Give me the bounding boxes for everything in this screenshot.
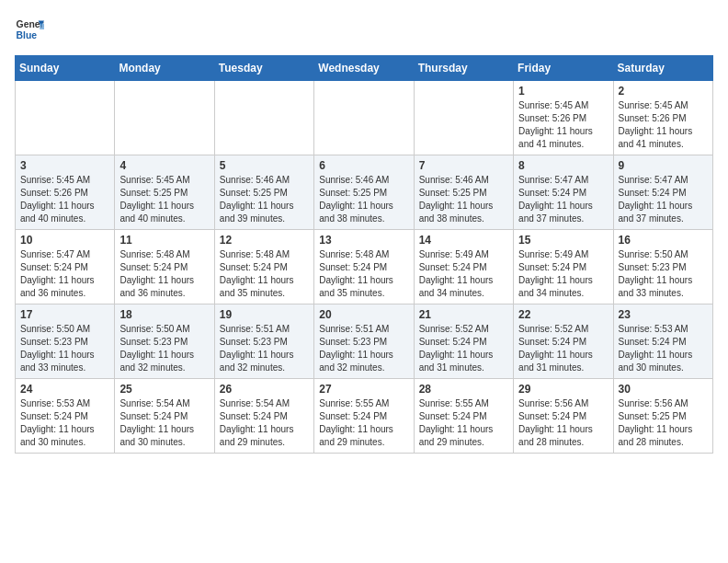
calendar-cell: 26Sunrise: 5:54 AM Sunset: 5:24 PM Dayli… [214,379,313,454]
day-info: Sunrise: 5:50 AM Sunset: 5:23 PM Dayligh… [20,323,109,374]
day-number: 7 [419,159,508,172]
day-info: Sunrise: 5:47 AM Sunset: 5:24 PM Dayligh… [619,174,708,225]
calendar-cell: 13Sunrise: 5:48 AM Sunset: 5:24 PM Dayli… [314,230,414,304]
day-info: Sunrise: 5:55 AM Sunset: 5:24 PM Dayligh… [319,397,408,449]
day-number: 11 [119,234,209,247]
calendar-cell: 22Sunrise: 5:52 AM Sunset: 5:24 PM Dayli… [514,304,613,379]
day-number: 6 [319,159,408,172]
svg-text:Blue: Blue [17,30,38,40]
day-number: 10 [20,234,109,247]
calendar-cell: 18Sunrise: 5:50 AM Sunset: 5:23 PM Dayli… [115,304,214,379]
calendar-cell: 10Sunrise: 5:47 AM Sunset: 5:24 PM Dayli… [16,230,115,304]
calendar-table: SundayMondayTuesdayWednesdayThursdayFrid… [15,55,713,454]
calendar-cell: 28Sunrise: 5:55 AM Sunset: 5:24 PM Dayli… [414,379,513,454]
calendar-cell: 6Sunrise: 5:46 AM Sunset: 5:25 PM Daylig… [314,155,414,230]
day-number: 9 [619,159,708,172]
calendar-cell: 4Sunrise: 5:45 AM Sunset: 5:25 PM Daylig… [115,155,214,230]
calendar-cell: 11Sunrise: 5:48 AM Sunset: 5:24 PM Dayli… [115,230,214,304]
day-number: 14 [419,234,508,247]
day-number: 15 [518,234,608,247]
day-number: 4 [119,159,209,172]
day-info: Sunrise: 5:50 AM Sunset: 5:23 PM Dayligh… [119,323,209,374]
day-info: Sunrise: 5:46 AM Sunset: 5:25 PM Dayligh… [319,174,408,225]
day-info: Sunrise: 5:46 AM Sunset: 5:25 PM Dayligh… [419,174,508,225]
weekday-header-saturday: Saturday [613,56,712,81]
calendar-week-row: 17Sunrise: 5:50 AM Sunset: 5:23 PM Dayli… [16,304,713,379]
day-info: Sunrise: 5:47 AM Sunset: 5:24 PM Dayligh… [20,248,109,300]
calendar-cell [16,81,115,155]
day-number: 19 [220,308,309,321]
day-info: Sunrise: 5:53 AM Sunset: 5:24 PM Dayligh… [20,397,109,449]
day-info: Sunrise: 5:54 AM Sunset: 5:24 PM Dayligh… [119,397,209,449]
weekday-header-sunday: Sunday [16,56,115,81]
day-number: 26 [220,383,309,396]
svg-marker-3 [40,24,44,29]
day-info: Sunrise: 5:45 AM Sunset: 5:26 PM Dayligh… [619,99,708,151]
calendar-cell [314,81,414,155]
day-number: 24 [20,383,109,396]
weekday-header-wednesday: Wednesday [314,56,414,81]
day-number: 2 [619,85,708,98]
page-header: General Blue [15,15,713,44]
day-info: Sunrise: 5:49 AM Sunset: 5:24 PM Dayligh… [518,248,608,300]
calendar-cell: 15Sunrise: 5:49 AM Sunset: 5:24 PM Dayli… [514,230,613,304]
day-number: 13 [319,234,408,247]
calendar-cell: 9Sunrise: 5:47 AM Sunset: 5:24 PM Daylig… [613,155,712,230]
day-info: Sunrise: 5:48 AM Sunset: 5:24 PM Dayligh… [319,248,408,300]
day-number: 23 [619,308,708,321]
calendar-cell: 16Sunrise: 5:50 AM Sunset: 5:23 PM Dayli… [613,230,712,304]
day-number: 17 [20,308,109,321]
day-info: Sunrise: 5:56 AM Sunset: 5:24 PM Dayligh… [518,397,608,449]
weekday-header-friday: Friday [514,56,613,81]
logo-icon: General Blue [15,15,44,44]
weekday-header-monday: Monday [115,56,214,81]
calendar-cell: 8Sunrise: 5:47 AM Sunset: 5:24 PM Daylig… [514,155,613,230]
day-number: 25 [119,383,209,396]
calendar-cell: 27Sunrise: 5:55 AM Sunset: 5:24 PM Dayli… [314,379,414,454]
day-info: Sunrise: 5:48 AM Sunset: 5:24 PM Dayligh… [220,248,309,300]
day-number: 12 [220,234,309,247]
day-info: Sunrise: 5:51 AM Sunset: 5:23 PM Dayligh… [220,323,309,374]
day-number: 21 [419,308,508,321]
calendar-cell: 20Sunrise: 5:51 AM Sunset: 5:23 PM Dayli… [314,304,414,379]
day-info: Sunrise: 5:55 AM Sunset: 5:24 PM Dayligh… [419,397,508,449]
day-info: Sunrise: 5:52 AM Sunset: 5:24 PM Dayligh… [419,323,508,374]
day-number: 27 [319,383,408,396]
day-info: Sunrise: 5:52 AM Sunset: 5:24 PM Dayligh… [518,323,608,374]
calendar-cell: 24Sunrise: 5:53 AM Sunset: 5:24 PM Dayli… [16,379,115,454]
day-info: Sunrise: 5:47 AM Sunset: 5:24 PM Dayligh… [518,174,608,225]
calendar-cell: 23Sunrise: 5:53 AM Sunset: 5:24 PM Dayli… [613,304,712,379]
calendar-cell: 30Sunrise: 5:56 AM Sunset: 5:25 PM Dayli… [613,379,712,454]
day-number: 16 [619,234,708,247]
day-info: Sunrise: 5:51 AM Sunset: 5:23 PM Dayligh… [319,323,408,374]
calendar-cell: 5Sunrise: 5:46 AM Sunset: 5:25 PM Daylig… [214,155,313,230]
calendar-cell [414,81,513,155]
calendar-cell [214,81,313,155]
calendar-cell: 17Sunrise: 5:50 AM Sunset: 5:23 PM Dayli… [16,304,115,379]
logo: General Blue [15,15,44,44]
day-number: 30 [619,383,708,396]
day-info: Sunrise: 5:46 AM Sunset: 5:25 PM Dayligh… [220,174,309,225]
day-info: Sunrise: 5:49 AM Sunset: 5:24 PM Dayligh… [419,248,508,300]
weekday-header-row: SundayMondayTuesdayWednesdayThursdayFrid… [16,56,713,81]
day-info: Sunrise: 5:56 AM Sunset: 5:25 PM Dayligh… [619,397,708,449]
calendar-cell: 21Sunrise: 5:52 AM Sunset: 5:24 PM Dayli… [414,304,513,379]
day-info: Sunrise: 5:48 AM Sunset: 5:24 PM Dayligh… [119,248,209,300]
calendar-cell: 2Sunrise: 5:45 AM Sunset: 5:26 PM Daylig… [613,81,712,155]
calendar-cell [115,81,214,155]
day-number: 20 [319,308,408,321]
calendar-week-row: 10Sunrise: 5:47 AM Sunset: 5:24 PM Dayli… [16,230,713,304]
day-number: 18 [119,308,209,321]
day-info: Sunrise: 5:50 AM Sunset: 5:23 PM Dayligh… [619,248,708,300]
day-info: Sunrise: 5:45 AM Sunset: 5:25 PM Dayligh… [119,174,209,225]
calendar-week-row: 1Sunrise: 5:45 AM Sunset: 5:26 PM Daylig… [16,81,713,155]
weekday-header-thursday: Thursday [414,56,513,81]
day-info: Sunrise: 5:54 AM Sunset: 5:24 PM Dayligh… [220,397,309,449]
day-number: 1 [518,85,608,98]
calendar-cell: 3Sunrise: 5:45 AM Sunset: 5:26 PM Daylig… [16,155,115,230]
day-info: Sunrise: 5:45 AM Sunset: 5:26 PM Dayligh… [518,99,608,151]
day-number: 5 [220,159,309,172]
day-info: Sunrise: 5:45 AM Sunset: 5:26 PM Dayligh… [20,174,109,225]
day-number: 29 [518,383,608,396]
day-number: 3 [20,159,109,172]
